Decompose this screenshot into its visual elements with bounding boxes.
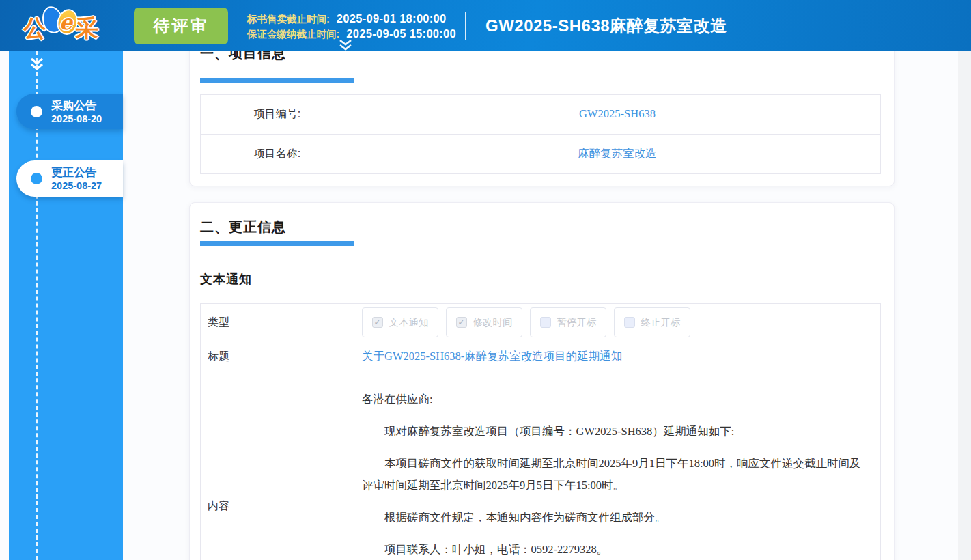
vertical-scrollbar[interactable] [958, 51, 971, 560]
top-header: 公 e 采 待评审 标书售卖截止时间: 2025-09-01 18:00:00 … [0, 0, 971, 51]
type-checkbox-group: ✓ 文本通知 ✓ 修改时间 暂停开标 终止开标 [354, 307, 690, 337]
timeline-dot-icon [31, 106, 42, 117]
section-accent-bar [200, 241, 354, 246]
notice-paragraph: 项目联系人：叶小姐，电话：0592-2279328。 [362, 539, 864, 560]
sidebar-item-label: 更正公告 [51, 165, 102, 179]
section-title-correction-info: 二、更正信息 [200, 218, 286, 236]
checkbox-terminate-bid-opening[interactable]: 终止开标 [614, 307, 690, 337]
chevron-double-down-icon [29, 57, 44, 70]
checkbox-modify-time[interactable]: ✓ 修改时间 [446, 307, 522, 337]
page-title: GW2025-SH638麻醉复苏室改造 [485, 15, 727, 37]
logo-e-glyph: e [59, 10, 72, 34]
content-label: 内容 [208, 499, 229, 514]
chevron-double-down-icon[interactable] [337, 39, 354, 51]
table-row-content: 内容 各潜在供应商: 现对麻醉复苏室改造项目（项目编号：GW2025-SH638… [201, 372, 880, 560]
notice-content: 各潜在供应商: 现对麻醉复苏室改造项目（项目编号：GW2025-SH638）延期… [354, 372, 880, 560]
checkbox-checked-icon: ✓ [456, 317, 467, 328]
project-number-label: 项目编号: [254, 107, 300, 122]
checkbox-unchecked-icon [624, 317, 635, 328]
notice-paragraph: 现对麻醉复苏室改造项目（项目编号：GW2025-SH638）延期通知如下: [362, 421, 864, 443]
notice-paragraph: 本项目磋商文件的获取时间延期至北京时间2025年9月1日下午18:00时，响应文… [362, 453, 864, 496]
timeline-dot-icon [31, 173, 42, 184]
table-row-project-name: 项目名称: 麻醉复苏室改造 [201, 135, 880, 174]
table-row-type: 类型 ✓ 文本通知 ✓ 修改时间 暂停开标 [201, 304, 880, 341]
bid-sale-deadline-label: 标书售卖截止时间: [247, 13, 330, 26]
project-info-table: 项目编号: GW2025-SH638 项目名称: 麻醉复苏室改造 [200, 94, 881, 174]
sidebar-item-label: 采购公告 [51, 98, 102, 112]
notice-paragraph: 各潜在供应商: [362, 389, 864, 410]
project-number-link[interactable]: GW2025-SH638 [579, 107, 656, 121]
type-label: 类型 [208, 316, 229, 330]
deposit-deadline-value: 2025-09-05 15:00:00 [346, 27, 456, 40]
sidebar-item-correction-notice[interactable]: 更正公告 2025-08-27 [16, 160, 123, 197]
table-row-project-number: 项目编号: GW2025-SH638 [201, 95, 880, 135]
sidebar-item-date: 2025-08-27 [51, 180, 102, 192]
checkbox-text-notice[interactable]: ✓ 文本通知 [362, 307, 438, 337]
notice-paragraph: 根据磋商文件规定，本通知内容作为磋商文件组成部分。 [362, 507, 864, 529]
title-label: 标题 [208, 350, 229, 364]
bid-sale-deadline-row: 标书售卖截止时间: 2025-09-01 18:00:00 [247, 12, 455, 26]
deadline-info: 标书售卖截止时间: 2025-09-01 18:00:00 保证金缴纳截止时间:… [247, 10, 455, 42]
app-logo: 公 e 采 [23, 5, 98, 47]
sidebar-item-procurement-notice[interactable]: 采购公告 2025-08-20 [16, 94, 123, 129]
status-pending-review-button[interactable]: 待评审 [134, 8, 228, 44]
text-notice-heading: 文本通知 [200, 271, 252, 288]
timeline-sidebar: 采购公告 2025-08-20 更正公告 2025-08-27 [9, 51, 123, 560]
sidebar-item-date: 2025-08-20 [51, 113, 102, 125]
project-name-link[interactable]: 麻醉复苏室改造 [578, 146, 657, 161]
correction-table: 类型 ✓ 文本通知 ✓ 修改时间 暂停开标 [200, 303, 881, 560]
correction-info-card: 二、更正信息 文本通知 类型 ✓ 文本通知 ✓ 修改时间 [189, 202, 895, 560]
checkbox-unchecked-icon [540, 317, 551, 328]
section-accent-bar [200, 78, 354, 83]
table-row-title: 标题 关于GW2025-SH638-麻醉复苏室改造项目的延期通知 [201, 341, 880, 372]
bid-sale-deadline-value: 2025-09-01 18:00:00 [337, 12, 447, 25]
checkbox-pause-bid-opening[interactable]: 暂停开标 [530, 307, 606, 337]
project-name-label: 项目名称: [254, 147, 300, 161]
deposit-deadline-label: 保证金缴纳截止时间: [247, 28, 339, 41]
checkbox-checked-icon: ✓ [372, 317, 383, 328]
notice-title-link[interactable]: 关于GW2025-SH638-麻醉复苏室改造项目的延期通知 [362, 349, 622, 364]
logo-char-right: 采 [75, 13, 98, 44]
header-divider [465, 12, 466, 40]
